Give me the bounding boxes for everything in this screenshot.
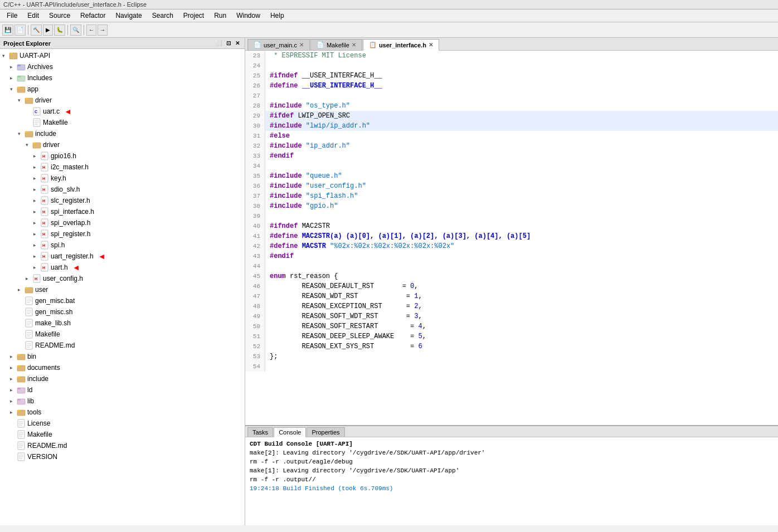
tree-item-tools[interactable]: ▸tools bbox=[0, 407, 245, 418]
tree-item-version[interactable]: VERSION bbox=[0, 451, 245, 462]
menu-run[interactable]: Run bbox=[210, 11, 231, 21]
tree-item-spi-register-h[interactable]: ▸Hspi_register.h bbox=[0, 228, 245, 240]
toolbar-build[interactable]: 🔨 bbox=[31, 25, 42, 36]
code-line-27: 27 bbox=[245, 91, 778, 101]
tree-arrow-lib[interactable]: ▸ bbox=[10, 396, 17, 406]
toolbar-new[interactable]: 📄 bbox=[14, 25, 26, 36]
tree-arrow-spi-overlap-h[interactable]: ▸ bbox=[33, 218, 40, 228]
tree-item-gen-misc-bat[interactable]: gen_misc.bat bbox=[0, 295, 245, 306]
tree-item-archives[interactable]: ▸Archives bbox=[0, 61, 245, 72]
code-editor[interactable]: 23 * ESPRESSIF MIT License2425#ifndef __… bbox=[245, 51, 778, 425]
toolbar-search[interactable]: 🔍 bbox=[70, 25, 81, 36]
bottom-tab-tasks[interactable]: Tasks bbox=[247, 427, 273, 437]
tree-label-bin: bin bbox=[27, 352, 36, 362]
tree-item-gpio16-h[interactable]: ▸Hgpio16.h bbox=[0, 150, 245, 162]
tree-arrow-ld[interactable]: ▸ bbox=[10, 385, 17, 395]
tree-item-readme-app[interactable]: README.md bbox=[0, 340, 245, 351]
tree-arrow-sdio-slv-h[interactable]: ▸ bbox=[33, 184, 40, 194]
toolbar-save[interactable]: 💾 bbox=[2, 25, 13, 36]
menu-search[interactable]: Search bbox=[148, 11, 178, 21]
tree-item-gen-misc-sh[interactable]: gen_misc.sh bbox=[0, 306, 245, 318]
tree-item-spi-overlap-h[interactable]: ▸Hspi_overlap.h bbox=[0, 217, 245, 228]
tree-arrow-tools[interactable]: ▸ bbox=[10, 407, 17, 417]
tree-arrow-uart-api[interactable]: ▾ bbox=[2, 51, 9, 61]
tree-item-makefile-root[interactable]: Makefile bbox=[0, 429, 245, 440]
tree-arrow-include-root[interactable]: ▸ bbox=[10, 374, 17, 384]
tree-arrow-uart-register-h[interactable]: ▸ bbox=[33, 251, 40, 261]
menu-file[interactable]: File bbox=[2, 11, 22, 21]
menu-edit[interactable]: Edit bbox=[23, 11, 43, 21]
tree-arrow-documents[interactable]: ▸ bbox=[10, 363, 17, 373]
tree-item-spi-h[interactable]: ▸Hspi.h bbox=[0, 240, 245, 251]
menu-window[interactable]: Window bbox=[232, 11, 265, 21]
line-number-40: 40 bbox=[245, 221, 265, 231]
tree-item-uart-c[interactable]: Cuart.c◄ bbox=[0, 106, 245, 117]
tree-item-lib[interactable]: ▸lib bbox=[0, 396, 245, 407]
tree-item-make-lib-sh[interactable]: make_lib.sh bbox=[0, 318, 245, 329]
panel-minimize[interactable]: ⬜ bbox=[213, 40, 223, 47]
panel-maximize[interactable]: ⊡ bbox=[225, 40, 232, 47]
tree-arrow-includes[interactable]: ▸ bbox=[10, 73, 17, 83]
tree-arrow-include[interactable]: ▾ bbox=[18, 129, 25, 139]
tree-arrow-key-h[interactable]: ▸ bbox=[33, 173, 40, 183]
tree-item-makefile-driver[interactable]: Makefile bbox=[0, 117, 245, 128]
tree-item-readme-root[interactable]: README.md bbox=[0, 440, 245, 451]
tree-item-app[interactable]: ▾app bbox=[0, 84, 245, 95]
menu-project[interactable]: Project bbox=[179, 11, 208, 21]
tree-item-user-config-h[interactable]: ▸Huser_config.h bbox=[0, 273, 245, 284]
tree-item-uart-api[interactable]: ▾UART-API bbox=[0, 50, 245, 61]
tab-user-main[interactable]: 📄user_main.c ✕ bbox=[247, 39, 310, 50]
tree-item-sdio-slv-h[interactable]: ▸Hsdio_slv.h bbox=[0, 184, 245, 195]
tab-user-interface[interactable]: 📋user_interface.h ✕ bbox=[363, 39, 439, 51]
tree-item-include[interactable]: ▾include bbox=[0, 128, 245, 139]
tab-makefile[interactable]: 📄Makefile ✕ bbox=[310, 39, 362, 50]
tree-arrow-user-folder[interactable]: ▸ bbox=[18, 285, 25, 295]
tree-item-user-folder[interactable]: ▸user bbox=[0, 284, 245, 295]
tab-close-user-main[interactable]: ✕ bbox=[299, 42, 304, 48]
tree-item-ld[interactable]: ▸ld bbox=[0, 384, 245, 396]
bottom-tab-console[interactable]: Console bbox=[274, 427, 306, 437]
tree-item-slc-register-h[interactable]: ▸Hslc_register.h bbox=[0, 195, 245, 206]
tree-arrow-bin[interactable]: ▸ bbox=[10, 352, 17, 362]
tree-arrow-spi-register-h[interactable]: ▸ bbox=[33, 229, 40, 239]
tree-item-documents[interactable]: ▸documents bbox=[0, 362, 245, 373]
tree-item-uart-h[interactable]: ▸Huart.h◄ bbox=[0, 262, 245, 273]
tree-arrow-slc-register-h[interactable]: ▸ bbox=[33, 196, 40, 206]
toolbar-run[interactable]: ▶ bbox=[43, 25, 53, 36]
tree-item-driver-include[interactable]: ▾driver bbox=[0, 139, 245, 150]
tree-item-key-h[interactable]: ▸Hkey.h bbox=[0, 173, 245, 184]
menu-help[interactable]: Help bbox=[266, 11, 289, 21]
tree-arrow-uart-h[interactable]: ▸ bbox=[33, 262, 40, 272]
panel-close[interactable]: ✕ bbox=[234, 40, 241, 47]
tree-item-driver-app[interactable]: ▾driver bbox=[0, 95, 245, 106]
tree-item-license[interactable]: License bbox=[0, 418, 245, 429]
toolbar-back[interactable]: ← bbox=[86, 25, 96, 36]
tree-item-makefile-app[interactable]: Makefile bbox=[0, 329, 245, 340]
tree-arrow-spi-h[interactable]: ▸ bbox=[33, 240, 40, 250]
menu-navigate[interactable]: Navigate bbox=[111, 11, 146, 21]
menu-refactor[interactable]: Refactor bbox=[76, 11, 110, 21]
tree-arrow-app[interactable]: ▾ bbox=[10, 84, 17, 94]
toolbar-debug[interactable]: 🐛 bbox=[54, 25, 65, 36]
tree-arrow-driver-app[interactable]: ▾ bbox=[18, 95, 25, 105]
tree-arrow-user-config-h[interactable]: ▸ bbox=[26, 274, 32, 284]
tree-arrow-archives[interactable]: ▸ bbox=[10, 62, 17, 72]
tree-item-include-root[interactable]: ▸include bbox=[0, 373, 245, 384]
bottom-tab-properties[interactable]: Properties bbox=[307, 427, 344, 437]
menu-source[interactable]: Source bbox=[45, 11, 75, 21]
tree-item-spi-interface-h[interactable]: ▸Hspi_interface.h bbox=[0, 206, 245, 217]
tree-arrow-gpio16-h[interactable]: ▸ bbox=[33, 151, 40, 161]
titlebar: C/C++ - UART-API/include/user_interface.… bbox=[0, 0, 778, 9]
tab-close-makefile[interactable]: ✕ bbox=[352, 42, 356, 48]
toolbar-forward[interactable]: → bbox=[98, 25, 108, 36]
tree-arrow-spi-interface-h[interactable]: ▸ bbox=[33, 207, 40, 217]
line-number-28: 28 bbox=[245, 101, 265, 111]
tree-item-includes[interactable]: ▸Includes bbox=[0, 72, 245, 84]
tree-arrow-i2c-master-h[interactable]: ▸ bbox=[33, 162, 40, 172]
tree-item-uart-register-h[interactable]: ▸Huart_register.h◄ bbox=[0, 251, 245, 262]
svg-text:H: H bbox=[42, 210, 45, 214]
tree-item-bin[interactable]: ▸bin bbox=[0, 351, 245, 362]
tree-item-i2c-master-h[interactable]: ▸Hi2c_master.h bbox=[0, 162, 245, 173]
tab-close-user-interface[interactable]: ✕ bbox=[429, 42, 433, 48]
tree-arrow-driver-include[interactable]: ▾ bbox=[26, 140, 32, 150]
